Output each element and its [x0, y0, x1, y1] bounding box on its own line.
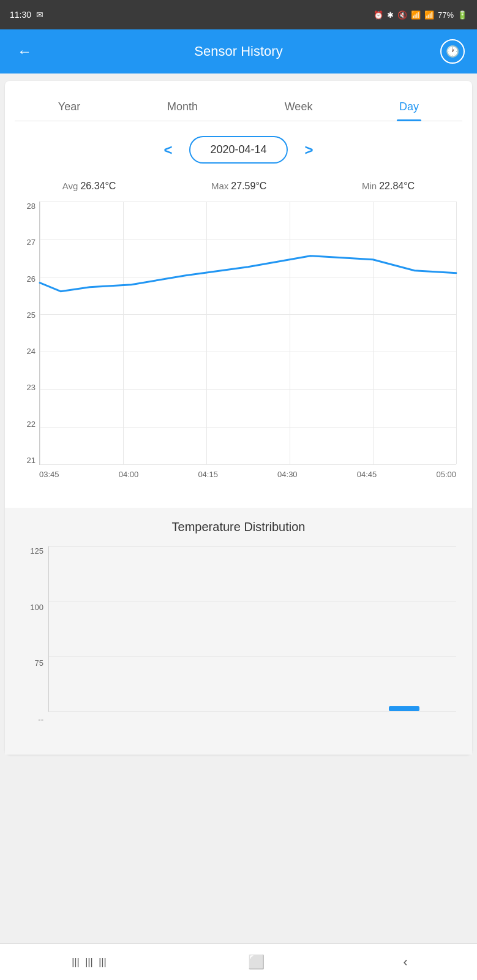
x-label-0415: 04:15: [198, 470, 218, 479]
tab-year[interactable]: Year: [46, 93, 92, 121]
dist-title: Temperature Distribution: [15, 520, 462, 534]
y-label-24: 24: [27, 347, 36, 356]
tab-month[interactable]: Month: [155, 93, 210, 121]
stats-row: Avg 26.34°C Max 27.59°C Min 22.84°C: [15, 181, 462, 192]
prev-date-button[interactable]: <: [159, 137, 177, 164]
x-label-0400: 04:00: [119, 470, 139, 479]
tab-week[interactable]: Week: [272, 93, 325, 121]
bottom-navigation: ⫼⫼⫼ ⬜ ‹: [0, 943, 477, 980]
wifi-icon: 📶: [411, 10, 421, 20]
alarm-icon: ⏰: [374, 10, 383, 20]
status-left: 11:30 ✉: [10, 10, 43, 20]
system-back-button[interactable]: ‹: [389, 949, 423, 975]
distribution-section: Temperature Distribution 125 100 75 --: [5, 508, 472, 755]
max-stat: Max 27.59°C: [211, 181, 266, 192]
battery-icon: 🔋: [457, 10, 467, 20]
home-icon: ⬜: [248, 954, 265, 970]
min-stat: Min 22.84°C: [362, 181, 415, 192]
email-icon: ✉: [36, 10, 43, 20]
x-label-0445: 04:45: [357, 470, 377, 479]
y-label-23: 23: [27, 383, 36, 392]
dist-y-75: 75: [35, 658, 43, 668]
dist-y-125: 125: [30, 546, 43, 556]
bluetooth-icon: ✱: [387, 10, 394, 20]
next-date-button[interactable]: >: [300, 137, 318, 164]
x-label-0430: 04:30: [277, 470, 298, 479]
home-button[interactable]: ⬜: [233, 949, 279, 975]
status-right: ⏰ ✱ 🔇 📶 📶 77% 🔋: [374, 10, 467, 20]
recent-apps-icon: ⫼⫼⫼: [69, 954, 110, 970]
y-label-22: 22: [27, 420, 36, 429]
status-time: 11:30: [10, 10, 31, 20]
dist-y-100: 100: [30, 603, 43, 612]
app-bar: ← Sensor History 🕐: [0, 29, 477, 74]
tab-day[interactable]: Day: [387, 93, 431, 121]
dist-gridline-h-0: [49, 546, 456, 547]
dist-gridline-h-2: [49, 656, 456, 657]
temperature-chart: 28 27 26 25 24 23 22 21: [15, 202, 462, 496]
x-axis-labels: 03:45 04:00 04:15 04:30 04:45 05:00: [39, 465, 456, 496]
y-label-28: 28: [27, 202, 36, 211]
dist-gridline-h-3: [49, 711, 456, 712]
signal-icon: 📶: [424, 10, 434, 20]
distribution-chart: 125 100 75 --: [15, 546, 462, 742]
recent-apps-button[interactable]: ⫼⫼⫼: [54, 949, 124, 975]
y-label-27: 27: [27, 238, 36, 247]
y-axis-labels: 28 27 26 25 24 23 22 21: [15, 202, 39, 465]
mute-icon: 🔇: [397, 10, 407, 20]
main-content: Year Month Week Day < 2020-04-14 > Avg 2…: [5, 81, 472, 755]
min-label: Min: [362, 181, 377, 191]
avg-value: 26.34°C: [80, 181, 116, 192]
min-value: 22.84°C: [379, 181, 415, 192]
date-navigator: < 2020-04-14 >: [15, 136, 462, 164]
current-date[interactable]: 2020-04-14: [189, 136, 287, 164]
status-bar: 11:30 ✉ ⏰ ✱ 🔇 📶 📶 77% 🔋: [0, 0, 477, 29]
max-label: Max: [211, 181, 228, 191]
dist-y-dashes: --: [38, 715, 43, 724]
y-label-26: 26: [27, 274, 36, 284]
avg-stat: Avg 26.34°C: [62, 181, 116, 192]
x-label-0345: 03:45: [39, 470, 59, 479]
dist-bar: [389, 706, 419, 711]
chart-area: [39, 202, 456, 465]
app-bar-title: Sensor History: [194, 43, 282, 59]
battery-percent: 77%: [438, 10, 454, 20]
dist-gridline-h-1: [49, 601, 456, 602]
system-back-icon: ‹: [404, 954, 408, 970]
x-label-0500: 05:00: [436, 470, 456, 479]
max-value: 27.59°C: [231, 181, 266, 192]
y-label-21: 21: [27, 456, 36, 465]
clock-icon: 🕐: [446, 45, 459, 58]
avg-label: Avg: [62, 181, 78, 191]
back-button[interactable]: ←: [12, 38, 37, 65]
chart-line-svg: [40, 202, 456, 464]
tab-bar: Year Month Week Day: [15, 93, 462, 121]
dist-chart-area: [48, 546, 456, 712]
temperature-line: [40, 256, 456, 292]
history-icon-button[interactable]: 🕐: [440, 39, 465, 64]
dist-y-labels: 125 100 75 --: [15, 546, 48, 724]
y-label-25: 25: [27, 311, 36, 320]
gridline-v-5: [456, 202, 457, 464]
